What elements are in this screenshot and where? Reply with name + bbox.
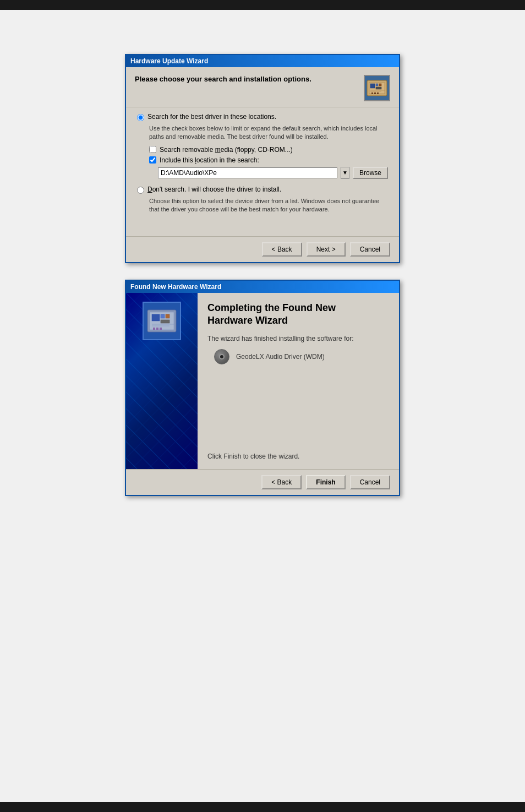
radio-dont-search-input[interactable] [137, 187, 144, 194]
svg-rect-16 [161, 320, 169, 323]
checkbox-location-input[interactable] [149, 156, 156, 164]
svg-rect-10 [377, 92, 379, 94]
cancel-button-dialog1[interactable]: Cancel [350, 242, 390, 257]
dialog1-header: Please choose your search and installati… [126, 67, 399, 107]
checkbox-removable-label[interactable]: Search removable media (floppy, CD-ROM..… [160, 146, 293, 154]
found-new-hardware-wizard-dialog: Found New Hardware Wizard [125, 280, 400, 496]
dialog1-titlebar: Hardware Update Wizard [126, 55, 399, 67]
svg-rect-4 [379, 84, 381, 86]
fnhw-spacer [207, 372, 389, 441]
radio-group-search: Search for the best driver in these loca… [137, 113, 388, 179]
hardware-update-wizard-dialog: Hardware Update Wizard Please choose you… [125, 54, 400, 263]
hardware-icon-svg [365, 76, 389, 100]
dialog1-header-icon [364, 75, 390, 101]
checkbox-removable: Search removable media (floppy, CD-ROM..… [149, 146, 388, 154]
audio-icon-inner [219, 354, 225, 359]
fnhw-subtitle: The wizard has finished installing the s… [207, 335, 389, 342]
fnhw-sidebar [126, 293, 198, 469]
radio-search-input[interactable] [137, 114, 144, 121]
finish-button[interactable]: Finish [306, 475, 345, 489]
fnhw-icon-svg [145, 304, 178, 337]
back-button-dialog1[interactable]: < Back [262, 242, 302, 257]
svg-rect-5 [376, 87, 381, 89]
back-button-dialog2[interactable]: < Back [261, 475, 302, 489]
svg-rect-9 [374, 92, 376, 94]
dialog1-content: Search for the best driver in these loca… [126, 107, 399, 236]
path-dropdown-arrow[interactable]: ▼ [341, 167, 349, 179]
svg-rect-15 [166, 314, 169, 318]
dialog1-body: Please choose your search and installati… [126, 67, 399, 262]
dialog2-body: Completing the Found New Hardware Wizard… [126, 293, 399, 495]
svg-rect-3 [376, 84, 378, 86]
dialog1-footer: < Back Next > Cancel [126, 236, 399, 262]
fnhw-device-icon [213, 348, 231, 366]
fnhw-layout: Completing the Found New Hardware Wizard… [126, 293, 399, 469]
svg-rect-20 [156, 328, 158, 330]
checkbox-removable-input[interactable] [149, 146, 156, 153]
dialog2-footer: < Back Finish Cancel [126, 469, 399, 495]
dialog1-header-text: Please choose your search and installati… [135, 75, 364, 83]
dialog1-title: Hardware Update Wizard [130, 57, 208, 65]
fnhw-title: Completing the Found New Hardware Wizard [207, 302, 389, 328]
svg-rect-19 [153, 328, 155, 330]
dont-search-sublabel: Choose this option to select the device … [149, 197, 388, 214]
svg-rect-21 [160, 328, 162, 330]
svg-rect-13 [152, 314, 160, 321]
next-button-dialog1[interactable]: Next > [307, 242, 346, 257]
path-row: ▼ Browse [158, 167, 388, 179]
fnhw-finish-text: Click Finish to close the wizard. [207, 442, 389, 460]
radio-dont-search-label[interactable]: Don't search. I will choose the driver t… [147, 186, 281, 193]
bottom-bar [0, 802, 525, 812]
radio-option-search: Search for the best driver in these loca… [137, 113, 388, 121]
radio-option-dont-search: Don't search. I will choose the driver t… [137, 186, 388, 194]
cancel-button-dialog2[interactable]: Cancel [350, 475, 390, 489]
checkbox-location: Include this location in the search: [149, 156, 388, 164]
fnhw-sidebar-icon [143, 302, 181, 340]
fnhw-main: Completing the Found New Hardware Wizard… [198, 293, 399, 469]
dialog2-title: Found New Hardware Wizard [130, 283, 221, 291]
svg-rect-8 [371, 92, 373, 94]
radio-search-label[interactable]: Search for the best driver in these loca… [147, 113, 276, 121]
checkbox-location-label[interactable]: Include this location in the search: [160, 156, 259, 164]
svg-rect-2 [370, 84, 375, 88]
dialog2-titlebar: Found New Hardware Wizard [126, 281, 399, 293]
browse-button[interactable]: Browse [353, 167, 388, 179]
svg-rect-14 [161, 314, 165, 318]
top-bar [0, 0, 525, 10]
audio-icon-circle [214, 349, 229, 364]
radio-search-sublabel: Use the check boxes below to limit or ex… [149, 124, 388, 141]
radio-group-dont-search: Don't search. I will choose the driver t… [137, 186, 388, 214]
fnhw-main-inner: Completing the Found New Hardware Wizard… [207, 302, 389, 460]
page-content: Hardware Update Wizard Please choose you… [0, 10, 525, 802]
path-input[interactable] [158, 167, 337, 178]
fnhw-device-row: GeodeLX Audio Driver (WDM) [213, 348, 389, 366]
fnhw-device-name: GeodeLX Audio Driver (WDM) [236, 353, 325, 361]
